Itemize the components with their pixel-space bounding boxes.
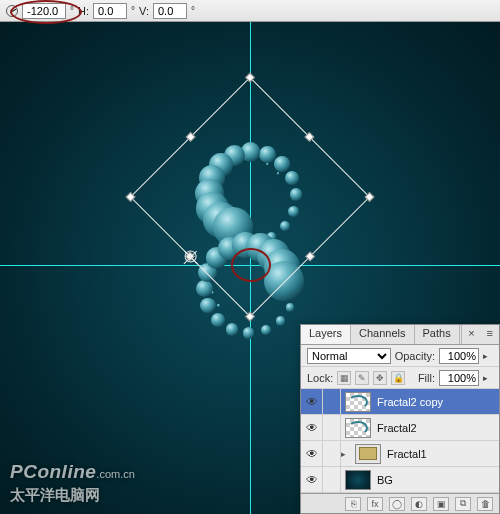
visibility-eye-icon[interactable]: 👁 bbox=[301, 389, 323, 414]
transform-options-bar: ° H: ° V: ° bbox=[0, 0, 500, 22]
fill-label: Fill: bbox=[418, 372, 435, 384]
layers-panel: Layers Channels Paths × ≡ Normal Opacity… bbox=[300, 324, 500, 514]
layer-bg[interactable]: 👁BG bbox=[301, 467, 499, 493]
layer-list: 👁Fractal2 copy👁Fractal2👁▸Fractal1👁BG bbox=[301, 389, 499, 493]
panel-close-icon[interactable]: × bbox=[461, 325, 480, 344]
layer-mask-icon[interactable]: ◯ bbox=[389, 497, 405, 511]
lock-fill-row: Lock: ▦ ✎ ✥ 🔒 Fill: ▸ bbox=[301, 367, 499, 389]
watermark-cn: 太平洋电脑网 bbox=[10, 485, 135, 505]
transform-handle[interactable] bbox=[126, 192, 136, 202]
blend-opacity-row: Normal Opacity: ▸ bbox=[301, 345, 499, 367]
visibility-eye-icon[interactable]: 👁 bbox=[301, 467, 323, 492]
layer-thumbnail[interactable] bbox=[345, 418, 371, 438]
transform-handle[interactable] bbox=[304, 132, 314, 142]
chevron-down-icon[interactable]: ▸ bbox=[483, 351, 493, 361]
layer-fractal2[interactable]: 👁Fractal2 bbox=[301, 415, 499, 441]
skew-v-input[interactable] bbox=[153, 3, 187, 19]
guide-vertical[interactable] bbox=[250, 22, 251, 514]
watermark-domain: .com.cn bbox=[96, 468, 135, 480]
degree-symbol: ° bbox=[70, 5, 74, 16]
opacity-input[interactable] bbox=[439, 348, 479, 364]
link-column bbox=[323, 441, 341, 466]
angle-icon bbox=[6, 5, 18, 17]
new-group-icon[interactable]: ▣ bbox=[433, 497, 449, 511]
skew-h-input[interactable] bbox=[93, 3, 127, 19]
lock-pixels-icon[interactable]: ✎ bbox=[355, 371, 369, 385]
rotation-angle-input[interactable] bbox=[22, 3, 66, 19]
visibility-eye-icon[interactable]: 👁 bbox=[301, 441, 323, 466]
degree-symbol: ° bbox=[191, 5, 195, 16]
tab-layers[interactable]: Layers bbox=[301, 325, 351, 344]
watermark-brand: PConline bbox=[10, 461, 96, 482]
skew-h-label: H: bbox=[78, 5, 89, 17]
visibility-eye-icon[interactable]: 👁 bbox=[301, 415, 323, 440]
blend-mode-select[interactable]: Normal bbox=[307, 348, 391, 364]
panel-menu-icon[interactable]: ≡ bbox=[481, 325, 499, 344]
folder-icon bbox=[355, 444, 381, 464]
layer-name[interactable]: Fractal2 bbox=[375, 422, 499, 434]
disclosure-triangle-icon[interactable]: ▸ bbox=[341, 449, 351, 459]
layer-fractal2-copy[interactable]: 👁Fractal2 copy bbox=[301, 389, 499, 415]
layer-thumbnail[interactable] bbox=[345, 392, 371, 412]
transform-handle[interactable] bbox=[185, 251, 195, 261]
layer-name[interactable]: Fractal1 bbox=[385, 448, 499, 460]
layer-fx-icon[interactable]: fx bbox=[367, 497, 383, 511]
link-column bbox=[323, 415, 341, 440]
guide-horizontal[interactable] bbox=[0, 265, 500, 266]
tab-channels[interactable]: Channels bbox=[351, 325, 414, 344]
delete-layer-icon[interactable]: 🗑 bbox=[477, 497, 493, 511]
layer-name[interactable]: Fractal2 copy bbox=[375, 396, 499, 408]
layer-thumbnail[interactable] bbox=[345, 470, 371, 490]
skew-v-label: V: bbox=[139, 5, 149, 17]
new-layer-icon[interactable]: ⧉ bbox=[455, 497, 471, 511]
link-layers-icon[interactable]: ⎘ bbox=[345, 497, 361, 511]
chevron-down-icon[interactable]: ▸ bbox=[483, 373, 493, 383]
link-column bbox=[323, 467, 341, 492]
layer-fractal1[interactable]: 👁▸Fractal1 bbox=[301, 441, 499, 467]
adjustment-layer-icon[interactable]: ◐ bbox=[411, 497, 427, 511]
watermark: PConline.com.cn 太平洋电脑网 bbox=[10, 460, 135, 504]
lock-label: Lock: bbox=[307, 372, 333, 384]
tab-paths[interactable]: Paths bbox=[415, 325, 460, 344]
transform-pivot[interactable] bbox=[182, 248, 199, 265]
transform-handle[interactable] bbox=[305, 251, 315, 261]
degree-symbol: ° bbox=[131, 5, 135, 16]
lock-position-icon[interactable]: ✥ bbox=[373, 371, 387, 385]
layer-name[interactable]: BG bbox=[375, 474, 499, 486]
transform-handle[interactable] bbox=[365, 192, 375, 202]
panel-tabs: Layers Channels Paths × ≡ bbox=[301, 325, 499, 345]
lock-all-icon[interactable]: 🔒 bbox=[391, 371, 405, 385]
link-column bbox=[323, 389, 341, 414]
lock-transparency-icon[interactable]: ▦ bbox=[337, 371, 351, 385]
opacity-label: Opacity: bbox=[395, 350, 435, 362]
fill-input[interactable] bbox=[439, 370, 479, 386]
transform-handle[interactable] bbox=[186, 132, 196, 142]
layer-panel-footer: ⎘ fx ◯ ◐ ▣ ⧉ 🗑 bbox=[301, 493, 499, 513]
